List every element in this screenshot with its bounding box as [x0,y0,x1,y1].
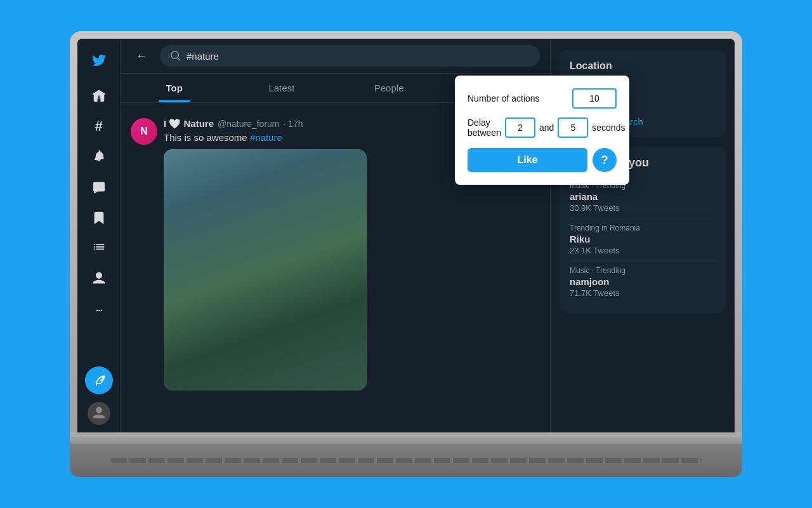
delay-label: Delay between [468,117,501,138]
tab-latest[interactable]: Latest [228,74,335,102]
tweet-handle: @nature_forum [218,119,279,129]
delay-min-input[interactable] [505,117,535,138]
trend-category: Trending in Romania [570,224,716,232]
sidebar-item-lists[interactable] [85,234,113,262]
trend-name: namjoon [570,276,716,287]
filter-section-title: Location [570,60,716,72]
sidebar-item-profile[interactable] [85,265,113,293]
seconds-label: seconds [592,123,625,133]
trend-item-namjoon[interactable]: Music · Trending namjoon 71.7K Tweets [570,261,716,303]
tweet-time: · 17h [284,119,303,129]
sidebar-item-notifications[interactable] [85,143,113,171]
trend-count: 30.9K Tweets [570,203,716,213]
search-icon [170,50,181,62]
avatar[interactable] [88,402,110,425]
sidebar-item-explore[interactable]: # [85,112,113,140]
num-actions-label: Number of actions [468,93,540,104]
twitter-logo-icon[interactable] [85,46,113,74]
compose-tweet-button[interactable] [85,366,113,394]
sidebar-item-messages[interactable] [85,173,113,201]
search-bar-row: ← [121,39,550,74]
search-input[interactable] [187,51,530,62]
tab-top[interactable]: Top [121,74,228,102]
num-actions-input[interactable] [572,88,617,109]
sidebar-item-bookmarks[interactable] [85,204,113,232]
actions-popup: Number of actions Delay between and seco… [455,76,629,185]
back-button[interactable]: ← [131,47,152,65]
trend-count: 23.1K Tweets [570,246,716,255]
search-input-wrap[interactable] [160,45,540,67]
sidebar-item-home[interactable] [85,82,113,110]
tweet-avatar: N [131,118,157,145]
and-label: and [539,123,554,133]
trend-name: ariana [570,191,716,202]
trend-category: Music · Trending [570,266,716,275]
trend-item-riku[interactable]: Trending in Romania Riku 23.1K Tweets [570,218,716,261]
sidebar-item-more[interactable]: ··· [85,295,113,323]
tweet-image [164,149,367,391]
like-button[interactable]: Like [468,148,587,172]
tweet-name: I 🤍 Nature [164,118,214,130]
delay-max-input[interactable] [558,117,588,138]
trend-count: 71.7K Tweets [570,288,716,298]
trend-name: Riku [570,234,716,244]
tab-people[interactable]: People [336,74,443,102]
help-button[interactable]: ? [593,148,617,172]
sidebar: # [77,39,121,432]
